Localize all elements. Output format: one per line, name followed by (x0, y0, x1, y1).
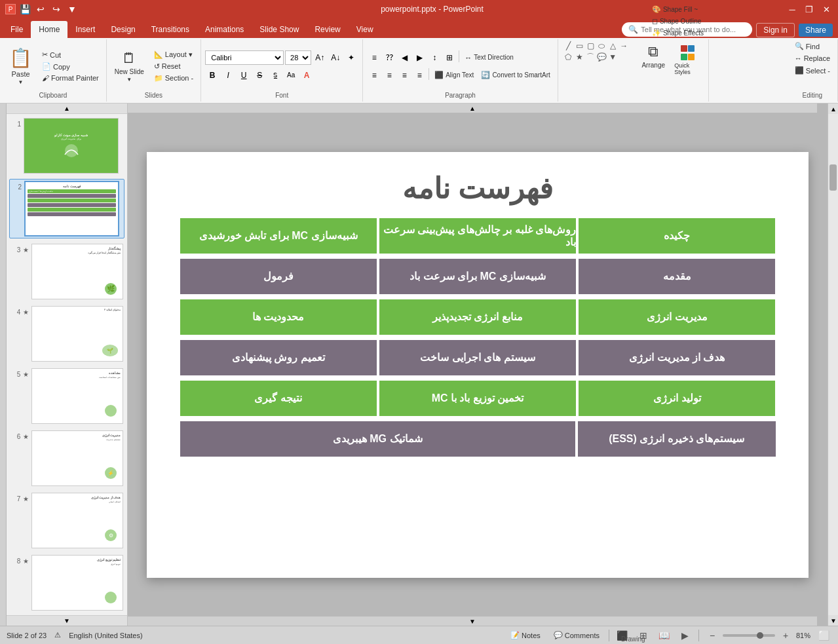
format-painter-button[interactable]: 🖌 Format Painter (39, 73, 102, 83)
slide-thumb-6[interactable]: 6 ★ مدیریت انرژی سیستم مدیریت ⚡ (9, 429, 124, 487)
slide-thumb-2[interactable]: 2 فهرست نامه چکیده / روش‌ها / شبیه‌سازی (9, 179, 124, 238)
tab-file[interactable]: File (3, 21, 31, 38)
layout-button[interactable]: 📐 Layout ▾ (151, 49, 197, 60)
slide-panel-scroll-up[interactable]: ▲ (7, 104, 127, 114)
slide-thumb-3[interactable]: 3 ★ پیشگفتار متن پیشگفتار اینجا قرار می‌… (9, 242, 124, 301)
replace-button[interactable]: ↔ Replace (791, 53, 833, 64)
font-color-button[interactable]: A (299, 68, 314, 83)
save-button[interactable]: 💾 (18, 3, 31, 16)
slide-preview-4[interactable]: محتوای اسلاید ۴ 🌱 (31, 306, 123, 362)
tab-view[interactable]: View (349, 21, 381, 38)
increase-indent-button[interactable]: ▶ (412, 50, 427, 65)
shape-fill-button[interactable]: 🎨 Shape Fill ~ (649, 4, 707, 15)
slide-preview-2[interactable]: فهرست نامه چکیده / روش‌ها / شبیه‌سازی (24, 181, 119, 237)
slide-panel-scroll[interactable]: 1 شبیه سازی مونت کارلو برای مدیریت انرژی (7, 114, 127, 615)
select-button[interactable]: ⬛ Select - (791, 65, 833, 76)
slide-preview-7[interactable]: هدف از مدیریت انرژی اهداف اصلی ⚙ (31, 493, 123, 548)
align-center-button[interactable]: ≡ (382, 68, 396, 83)
reset-button[interactable]: ↺ Reset (151, 61, 197, 72)
decrease-font-button[interactable]: A↓ (328, 50, 343, 65)
scroll-thumb[interactable] (829, 164, 837, 191)
tab-home[interactable]: Home (31, 21, 67, 38)
zoom-handle[interactable] (757, 632, 763, 639)
shape-effects-button[interactable]: ✨ Shape Effects (649, 28, 707, 39)
undo-button[interactable]: ↩ (34, 3, 47, 16)
align-left-button[interactable]: ≡ (367, 68, 381, 83)
slide-num-3: 3 (10, 244, 20, 254)
tab-insert[interactable]: Insert (67, 21, 103, 38)
italic-button[interactable]: I (221, 68, 235, 83)
shape-oval[interactable]: ⬭ (596, 41, 607, 51)
tab-animations[interactable]: Animations (197, 21, 252, 38)
shape-rect[interactable]: ▭ (574, 41, 584, 51)
tab-design[interactable]: Design (103, 21, 143, 38)
minimize-button[interactable]: ─ (786, 3, 799, 15)
scroll-track[interactable] (828, 114, 838, 615)
slide-thumb-8[interactable]: 8 ★ تنظیم توزیع انرژی توزیع انرژی (9, 554, 124, 612)
find-button[interactable]: 🔍 Find (791, 41, 823, 52)
cut-button[interactable]: ✂ Cut (39, 49, 102, 60)
slide-thumb-4[interactable]: 4 ★ محتوای اسلاید ۴ 🌱 (9, 305, 124, 363)
text-direction-button[interactable]: ↔ Text Direction (461, 50, 517, 65)
section-button[interactable]: 📁 Section - (151, 73, 197, 84)
convert-smartart-button[interactable]: 🔄 Convert to SmartArt (478, 68, 553, 83)
slide-preview-6[interactable]: مدیریت انرژی سیستم مدیریت ⚡ (31, 430, 123, 486)
shape-triangle[interactable]: △ (607, 41, 618, 51)
scroll-down-arrow[interactable]: ▼ (828, 615, 838, 626)
toc-row-2: فرمول شبیه‌سازی MC برای سرعت باد مقدمه (180, 259, 776, 294)
zoom-slider[interactable] (723, 634, 775, 637)
slide-preview-1[interactable]: شبیه سازی مونت کارلو برای مدیریت انرژی (24, 118, 119, 174)
arrange-button[interactable]: ⧉ Arrange (638, 41, 669, 71)
decrease-indent-button[interactable]: ◀ (397, 50, 411, 65)
shape-arrow[interactable]: → (619, 41, 629, 51)
signin-button[interactable]: Sign in (756, 23, 795, 37)
paste-button[interactable]: 📋 Paste ▼ (4, 45, 37, 88)
columns-button[interactable]: ⊞ (442, 50, 457, 65)
canvas-scroll-down[interactable]: ▼ (128, 616, 817, 626)
tab-transitions[interactable]: Transitions (143, 21, 197, 38)
text-shadow-button[interactable]: S̲ (268, 68, 282, 83)
slide-preview-3[interactable]: پیشگفتار متن پیشگفتار اینجا قرار می‌گیرد… (31, 244, 123, 299)
numbering-button[interactable]: ⁇ (382, 50, 396, 65)
slide-preview-5[interactable]: مشاهده متن مشاهدات اینجاست (31, 368, 123, 424)
slide-panel-scroll-down[interactable]: ▼ (7, 615, 127, 626)
customize-qat-button[interactable]: ▼ (66, 3, 79, 16)
shape-connector[interactable]: ⌒ (585, 52, 596, 62)
redo-button[interactable]: ↪ (50, 3, 63, 16)
quick-styles-button[interactable]: Quick Styles (672, 41, 703, 80)
copy-button[interactable]: 📄 Copy (39, 61, 102, 72)
shape-pentagon[interactable]: ⬠ (563, 52, 573, 62)
clear-formatting-button[interactable]: ✦ (344, 50, 358, 65)
bullets-button[interactable]: ≡ (367, 50, 381, 65)
line-spacing-button[interactable]: ↕ (427, 50, 442, 65)
slide-thumb-1[interactable]: 1 شبیه سازی مونت کارلو برای مدیریت انرژی (9, 117, 124, 175)
slide-preview-8[interactable]: تنظیم توزیع انرژی توزیع انرژی (31, 555, 123, 611)
restore-button[interactable]: ❐ (803, 3, 816, 15)
shape-line[interactable]: ╱ (563, 41, 573, 51)
shape-more[interactable]: ▼ (607, 52, 618, 62)
increase-font-button[interactable]: A↑ (313, 50, 327, 65)
share-button[interactable]: Share (799, 24, 833, 37)
right-scrollbar[interactable]: ▲ ▼ (828, 104, 838, 626)
scroll-up-arrow[interactable]: ▲ (828, 104, 838, 114)
slide-thumb-5[interactable]: 5 ★ مشاهده متن مشاهدات اینجاست (9, 367, 124, 425)
font-family-selector[interactable]: Calibri (205, 50, 284, 65)
slide-thumb-7[interactable]: 7 ★ هدف از مدیریت انرژی اهداف اصلی ⚙ (9, 491, 124, 550)
new-slide-button[interactable]: 🗒 New Slide ▼ (111, 47, 148, 85)
shape-star[interactable]: ★ (574, 52, 584, 62)
bold-button[interactable]: B (205, 68, 219, 83)
justify-button[interactable]: ≡ (412, 68, 427, 83)
shape-callout[interactable]: 💬 (596, 52, 607, 62)
underline-button[interactable]: U (237, 68, 251, 83)
font-spacing-button[interactable]: Aa (284, 68, 298, 83)
tab-review[interactable]: Review (307, 21, 348, 38)
font-size-selector[interactable]: 28 (285, 50, 311, 65)
align-text-button[interactable]: ⬛ Align Text (431, 68, 477, 83)
tab-slideshow[interactable]: Slide Show (252, 21, 307, 38)
strikethrough-button[interactable]: S (252, 68, 267, 83)
shape-outline-button[interactable]: ◻ Shape Outline (649, 16, 707, 27)
close-button[interactable]: ✕ (820, 3, 833, 15)
align-right-button[interactable]: ≡ (397, 68, 411, 83)
shape-rounded-rect[interactable]: ▢ (585, 41, 596, 51)
canvas-scroll-up[interactable]: ▲ (128, 104, 817, 113)
